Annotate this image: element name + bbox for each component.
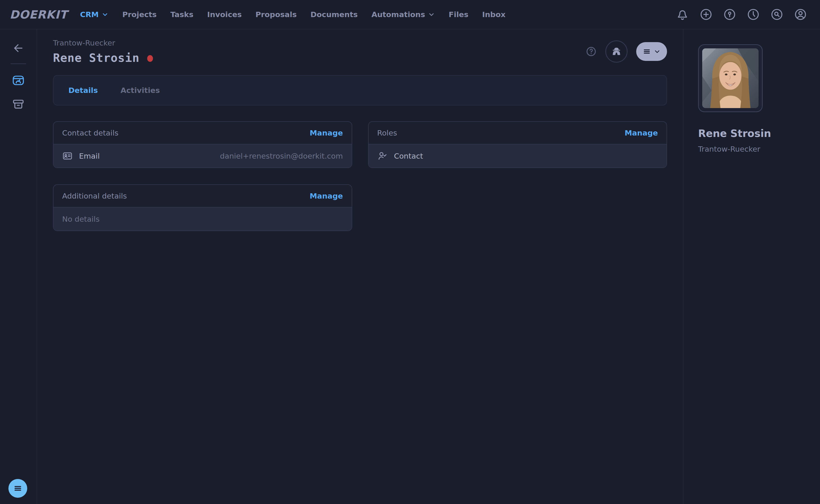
header-actions bbox=[585, 40, 667, 63]
plus-circle-icon[interactable] bbox=[700, 8, 713, 21]
tab-activities[interactable]: Activities bbox=[120, 86, 160, 95]
breadcrumb[interactable]: Trantow-Ruecker bbox=[53, 39, 153, 47]
search-icon[interactable] bbox=[770, 8, 783, 21]
contact-card-icon bbox=[62, 151, 73, 161]
location-icon[interactable] bbox=[723, 8, 736, 21]
card-title: Roles bbox=[377, 129, 397, 137]
roles-card: Roles Manage Contact bbox=[368, 121, 667, 168]
left-sidebar bbox=[0, 29, 37, 504]
sidebar-divider bbox=[11, 64, 26, 64]
nav-item-projects[interactable]: Projects bbox=[122, 10, 157, 19]
manage-roles-link[interactable]: Manage bbox=[625, 129, 658, 137]
status-dot bbox=[147, 55, 153, 62]
nav-item-inbox[interactable]: Inbox bbox=[482, 10, 506, 19]
chevron-down-icon bbox=[428, 11, 435, 18]
incognito-icon bbox=[611, 46, 622, 57]
contact-details-card: Contact details Manage Email daniel+rene… bbox=[53, 121, 352, 168]
page-header: Trantow-Ruecker Rene Strosin bbox=[53, 39, 667, 65]
email-value: daniel+renestrosin@doerkit.com bbox=[220, 152, 343, 160]
avatar bbox=[702, 48, 759, 108]
menu-icon bbox=[13, 484, 23, 493]
manage-additional-details-link[interactable]: Manage bbox=[310, 192, 343, 200]
no-details-row: No details bbox=[53, 207, 352, 231]
archive-icon[interactable] bbox=[12, 98, 25, 111]
email-label: Email bbox=[79, 152, 100, 160]
nav-item-crm[interactable]: CRM bbox=[80, 10, 108, 19]
bell-icon[interactable] bbox=[676, 8, 689, 21]
manage-contact-details-link[interactable]: Manage bbox=[310, 129, 343, 137]
dashboard-icon[interactable] bbox=[12, 74, 25, 87]
nav-item-documents[interactable]: Documents bbox=[311, 10, 358, 19]
main-menu: CRM Projects Tasks Invoices Proposals Do… bbox=[80, 10, 505, 19]
email-row: Email daniel+renestrosin@doerkit.com bbox=[53, 144, 352, 168]
help-icon[interactable] bbox=[585, 46, 597, 57]
card-title: Additional details bbox=[62, 192, 127, 200]
tab-details[interactable]: Details bbox=[68, 86, 98, 95]
nav-item-files[interactable]: Files bbox=[449, 10, 468, 19]
profile-name: Rene Strosin bbox=[698, 128, 820, 139]
user-account-icon[interactable] bbox=[794, 8, 807, 21]
main-content: Trantow-Ruecker Rene Strosin bbox=[37, 29, 683, 504]
tabs-bar: Details Activities bbox=[53, 75, 667, 105]
app-logo: DOERKIT bbox=[10, 8, 67, 21]
nav-item-tasks[interactable]: Tasks bbox=[170, 10, 193, 19]
empty-state-text: No details bbox=[62, 215, 99, 223]
profile-panel: Rene Strosin Trantow-Ruecker bbox=[683, 29, 820, 504]
menu-icon bbox=[643, 47, 651, 56]
top-navigation: DOERKIT CRM Projects Tasks Invoices Prop… bbox=[0, 0, 820, 29]
details-cards-row: Contact details Manage Email daniel+rene… bbox=[53, 121, 667, 168]
page-title: Rene Strosin bbox=[53, 51, 139, 65]
clock-icon[interactable] bbox=[747, 8, 760, 21]
top-right-icons bbox=[676, 8, 810, 21]
record-actions-button[interactable] bbox=[636, 42, 667, 61]
impersonate-button[interactable] bbox=[605, 40, 628, 63]
user-check-icon bbox=[377, 151, 388, 161]
role-row: Contact bbox=[369, 144, 667, 168]
nav-item-invoices[interactable]: Invoices bbox=[207, 10, 242, 19]
nav-item-proposals[interactable]: Proposals bbox=[256, 10, 297, 19]
chevron-down-icon bbox=[654, 48, 661, 55]
card-title: Contact details bbox=[62, 129, 118, 137]
additional-details-card: Additional details Manage No details bbox=[53, 184, 352, 231]
back-arrow-icon[interactable] bbox=[12, 42, 25, 54]
profile-company: Trantow-Ruecker bbox=[698, 145, 820, 153]
role-label: Contact bbox=[394, 152, 423, 160]
nav-item-automations[interactable]: Automations bbox=[371, 10, 435, 19]
chevron-down-icon bbox=[101, 11, 109, 18]
floating-menu-button[interactable] bbox=[8, 479, 27, 498]
profile-photo-frame bbox=[698, 44, 763, 112]
